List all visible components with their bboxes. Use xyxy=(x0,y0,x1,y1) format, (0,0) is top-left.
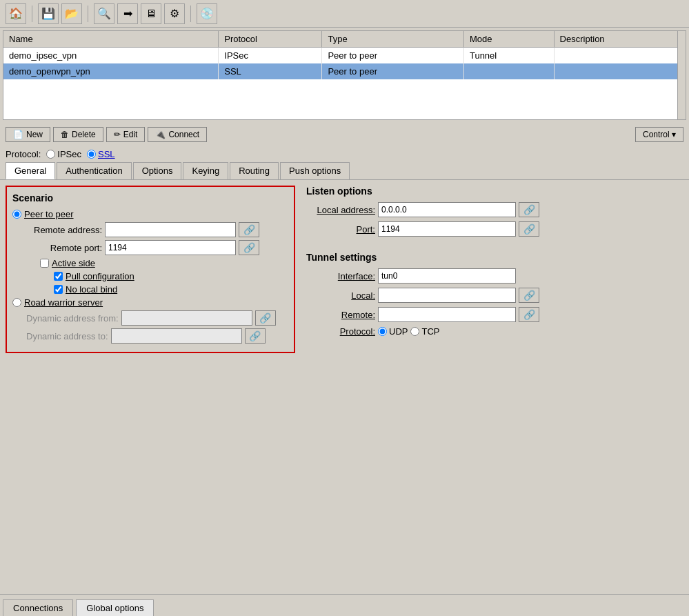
tcp-label[interactable]: TCP xyxy=(410,326,439,337)
toolbar: 🏠 💾 📂 🔍 ➡ 🖥 ⚙ 💿 xyxy=(0,0,689,28)
control-button[interactable]: Control ▾ xyxy=(635,127,683,142)
load-button[interactable]: 📂 xyxy=(61,3,82,24)
delete-button[interactable]: 🗑 Delete xyxy=(53,127,103,142)
toolbar-sep-2 xyxy=(88,6,88,22)
pull-configuration-row: Pull configuration xyxy=(54,271,288,281)
table-row[interactable]: demo_ipsec_vpn IPSec Peer to peer Tunnel xyxy=(3,48,686,64)
cell-protocol-2: SSL xyxy=(219,63,322,79)
udp-label[interactable]: UDP xyxy=(378,326,408,337)
dynamic-from-label: Dynamic address from: xyxy=(26,313,119,324)
new-label: New xyxy=(26,130,43,139)
right-panel: Listen options Local address: 🔗 Port: 🔗 … xyxy=(306,186,683,353)
no-local-bind-label[interactable]: No local bind xyxy=(66,284,117,295)
edit-button[interactable]: ✏ Edit xyxy=(106,127,146,142)
tab-routing[interactable]: Routing xyxy=(230,162,279,179)
listen-options-title: Listen options xyxy=(306,186,683,197)
port-input[interactable] xyxy=(378,221,516,237)
col-mode: Mode xyxy=(463,31,554,48)
remote-address-label: Remote address: xyxy=(26,225,102,235)
vpn-table: Name Protocol Type Mode Description demo… xyxy=(3,31,686,79)
tab-authentication[interactable]: Authentication xyxy=(57,162,131,179)
remote-address-link-btn[interactable]: 🔗 xyxy=(239,222,259,237)
port-link-btn[interactable]: 🔗 xyxy=(519,221,539,237)
peer-to-peer-label[interactable]: Peer to peer xyxy=(24,209,74,219)
cell-name: demo_ipsec_vpn xyxy=(3,48,219,64)
scenario-panel: Scenario Peer to peer Remote address: 🔗 … xyxy=(6,186,295,353)
protocol-ipsec-label[interactable]: IPSec xyxy=(46,149,81,159)
bottom-tabs: Connections Global options xyxy=(0,594,689,616)
cell-mode: Tunnel xyxy=(463,48,554,64)
dynamic-to-input[interactable] xyxy=(111,328,242,344)
cell-desc xyxy=(554,48,685,64)
road-warrior-radio[interactable] xyxy=(12,298,21,307)
toolbar-sep-1 xyxy=(32,6,32,22)
pull-configuration-label[interactable]: Pull configuration xyxy=(66,271,134,281)
listen-options-section: Listen options Local address: 🔗 Port: 🔗 xyxy=(306,186,683,241)
remote-address-input[interactable] xyxy=(105,222,236,237)
no-local-bind-checkbox[interactable] xyxy=(54,285,63,294)
tunnel-settings-section: Tunnel settings Interface: Local: 🔗 Remo… xyxy=(306,252,683,341)
local-tunnel-link-btn[interactable]: 🔗 xyxy=(519,288,539,303)
remote-port-label: Remote port: xyxy=(26,243,102,253)
remote-port-link-btn[interactable]: 🔗 xyxy=(239,240,259,255)
protocol-tunnel-label: Protocol: xyxy=(306,326,375,337)
bottom-tab-global-options[interactable]: Global options xyxy=(76,599,154,616)
save-button[interactable]: 💾 xyxy=(38,3,59,24)
control-label: Control xyxy=(643,130,670,139)
screen-button[interactable]: 🖥 xyxy=(141,3,161,24)
arrow-button[interactable]: ➡ xyxy=(117,3,138,24)
tab-keying[interactable]: Keying xyxy=(183,162,228,179)
local-tunnel-label: Local: xyxy=(306,290,375,301)
table-row-selected[interactable]: demo_openvpn_vpn SSL Peer to peer xyxy=(3,63,686,79)
remote-port-input[interactable] xyxy=(105,240,236,255)
bottom-tab-connections[interactable]: Connections xyxy=(3,599,73,616)
tab-push-options[interactable]: Push options xyxy=(280,162,350,179)
remote-tunnel-link-btn[interactable]: 🔗 xyxy=(519,307,539,322)
udp-radio[interactable] xyxy=(378,327,387,336)
pull-configuration-checkbox[interactable] xyxy=(54,272,63,281)
table-scrollbar[interactable] xyxy=(677,31,686,119)
edit-label: Edit xyxy=(123,130,138,139)
port-label: Port: xyxy=(306,224,375,235)
remote-port-row: Remote port: 🔗 xyxy=(26,240,288,255)
interface-row: Interface: xyxy=(306,268,683,284)
local-address-link-btn[interactable]: 🔗 xyxy=(519,202,539,217)
protocol-ssl-label[interactable]: SSL xyxy=(87,149,115,159)
delete-label: Delete xyxy=(72,130,96,139)
interface-input[interactable] xyxy=(378,268,516,284)
road-warrior-label[interactable]: Road warrior server xyxy=(24,297,103,308)
udp-text: UDP xyxy=(389,326,408,337)
protocol-ipsec-radio[interactable] xyxy=(46,150,55,159)
col-name: Name xyxy=(3,31,219,48)
peer-to-peer-row: Peer to peer xyxy=(12,209,288,219)
gear-button[interactable]: ⚙ xyxy=(164,3,185,24)
delete-icon: 🗑 xyxy=(61,130,69,139)
action-buttons-area: 📄 New 🗑 Delete ✏ Edit 🔌 Connect Control … xyxy=(0,123,689,146)
new-button[interactable]: 📄 New xyxy=(6,127,50,142)
remote-address-row: Remote address: 🔗 xyxy=(26,222,288,237)
remote-tunnel-input[interactable] xyxy=(378,307,516,322)
protocol-ssl-radio[interactable] xyxy=(87,150,96,159)
active-side-checkbox[interactable] xyxy=(40,259,49,268)
tab-options[interactable]: Options xyxy=(133,162,182,179)
edit-icon: ✏ xyxy=(114,130,121,139)
protocol-ipsec-text: IPSec xyxy=(57,149,81,159)
local-address-input[interactable] xyxy=(378,202,516,217)
local-tunnel-input[interactable] xyxy=(378,288,516,303)
search-button[interactable]: 🔍 xyxy=(94,3,114,24)
disk-button[interactable]: 💿 xyxy=(197,3,217,24)
connect-button[interactable]: 🔌 Connect xyxy=(148,127,207,142)
home-button[interactable]: 🏠 xyxy=(6,3,26,24)
tab-general[interactable]: General xyxy=(6,162,55,179)
local-tunnel-row: Local: 🔗 xyxy=(306,288,683,303)
dynamic-to-link-btn[interactable]: 🔗 xyxy=(245,328,266,344)
connect-icon: 🔌 xyxy=(155,130,166,139)
tcp-text: TCP xyxy=(421,326,439,337)
col-description: Description xyxy=(554,31,685,48)
peer-to-peer-radio[interactable] xyxy=(12,210,21,219)
dynamic-from-input[interactable] xyxy=(121,310,252,326)
no-local-bind-row: No local bind xyxy=(54,284,288,295)
active-side-label[interactable]: Active side xyxy=(52,258,95,268)
dynamic-from-link-btn[interactable]: 🔗 xyxy=(255,310,276,326)
tcp-radio[interactable] xyxy=(410,327,419,336)
